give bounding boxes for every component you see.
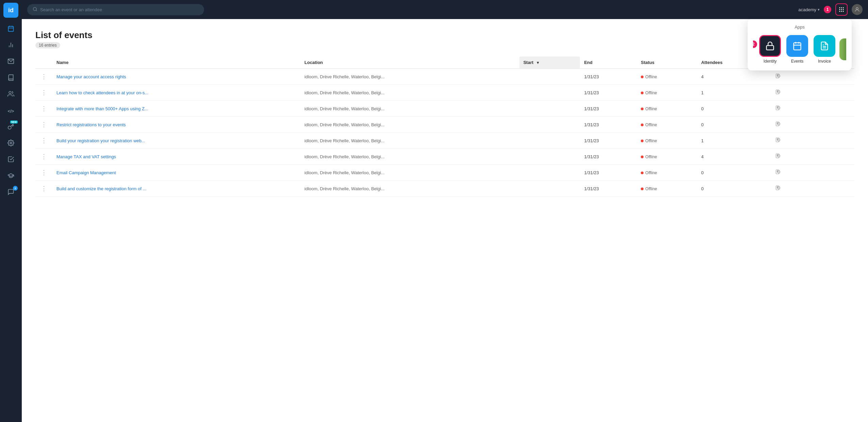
user-avatar[interactable] xyxy=(852,4,863,15)
apps-dropdown: Apps 2 Identity Events Invoice xyxy=(748,19,852,70)
event-name-link[interactable]: Email Campaign Management xyxy=(56,170,116,175)
row-menu-icon[interactable]: ⋮ xyxy=(39,136,48,145)
entries-count: 16 entries xyxy=(35,42,60,48)
book-icon xyxy=(7,74,14,83)
event-location: idloom, Drève Richelle, Waterloo, Belgi.… xyxy=(300,165,519,181)
search-bar[interactable]: Search an event or an attendee xyxy=(27,4,204,15)
svg-rect-0 xyxy=(9,26,14,31)
event-name-link[interactable]: Manage your account access rights xyxy=(56,74,126,79)
sidebar: id </> NEW xyxy=(0,0,22,422)
table-row: ⋮ Build your registration your registrat… xyxy=(35,133,854,149)
svg-line-12 xyxy=(36,10,37,11)
sidebar-item-chart[interactable] xyxy=(3,38,18,53)
col-start[interactable]: Start ▼ xyxy=(519,56,580,69)
sidebar-item-graduation[interactable] xyxy=(3,169,18,184)
sidebar-item-book[interactable] xyxy=(3,71,18,86)
event-name-link[interactable]: Learn how to check attendees in at your … xyxy=(56,90,148,95)
more-details-icon[interactable] xyxy=(774,186,781,192)
attendee-count: 4 xyxy=(697,149,770,165)
event-name-link[interactable]: Restrict registrations to your events xyxy=(56,122,126,127)
event-start xyxy=(519,165,580,181)
more-details-icon[interactable] xyxy=(774,122,781,128)
event-location: idloom, Drève Richelle, Waterloo, Belgi.… xyxy=(300,149,519,165)
event-name-link[interactable]: Build and customize the registration for… xyxy=(56,186,146,191)
app-logo[interactable]: id xyxy=(3,3,18,18)
sidebar-item-chat[interactable]: 2 xyxy=(3,185,18,200)
sidebar-item-users[interactable] xyxy=(3,87,18,102)
more-details-icon[interactable] xyxy=(774,154,781,160)
event-start xyxy=(519,69,580,85)
event-start xyxy=(519,85,580,101)
sidebar-item-key[interactable]: NEW xyxy=(3,120,18,135)
table-row: ⋮ Restrict registrations to your events … xyxy=(35,117,854,133)
status-badge: Offline xyxy=(641,91,657,95)
events-table: Name Location Start ▼ End Status Attende… xyxy=(35,56,854,197)
row-menu-icon[interactable]: ⋮ xyxy=(39,152,48,161)
more-details-icon[interactable] xyxy=(774,74,781,80)
event-location: idloom, Drève Richelle, Waterloo, Belgi.… xyxy=(300,101,519,117)
chevron-down-icon: ▾ xyxy=(818,7,820,12)
event-end: 1/31/23 xyxy=(580,101,637,117)
row-menu-icon[interactable]: ⋮ xyxy=(39,104,48,113)
app-item-events[interactable]: Events xyxy=(785,34,809,65)
col-status: Status xyxy=(637,56,697,69)
users-icon xyxy=(7,91,14,99)
attendee-count: 0 xyxy=(697,181,770,197)
svg-point-16 xyxy=(839,9,840,10)
row-menu-icon[interactable]: ⋮ xyxy=(39,184,48,193)
attendee-count: 1 xyxy=(697,133,770,149)
app-item-identity[interactable]: 2 Identity xyxy=(753,34,782,65)
event-name-link[interactable]: Manage TAX and VAT settings xyxy=(56,154,116,159)
svg-point-17 xyxy=(841,9,842,10)
event-name-link[interactable]: Integrate with more than 5000+ Apps usin… xyxy=(56,106,148,111)
attendee-count: 0 xyxy=(697,101,770,117)
event-name-link[interactable]: Build your registration your registratio… xyxy=(56,138,145,143)
status-badge: Offline xyxy=(641,75,657,79)
status-label: Offline xyxy=(645,91,657,95)
more-details-icon[interactable] xyxy=(774,170,781,176)
event-end: 1/31/23 xyxy=(580,149,637,165)
event-end: 1/31/23 xyxy=(580,117,637,133)
status-label: Offline xyxy=(645,171,657,175)
event-end: 1/31/23 xyxy=(580,181,637,197)
event-end: 1/31/23 xyxy=(580,69,637,85)
new-badge: NEW xyxy=(10,120,18,124)
app-item-invoice[interactable]: Invoice xyxy=(812,34,837,65)
table-body: ⋮ Manage your account access rights idlo… xyxy=(35,69,854,197)
graduation-icon xyxy=(7,172,14,181)
status-dot xyxy=(641,92,644,94)
status-dot xyxy=(641,108,644,110)
status-dot xyxy=(641,140,644,142)
svg-point-14 xyxy=(841,7,842,8)
more-details-icon[interactable] xyxy=(774,106,781,112)
page-title: List of events xyxy=(35,30,854,40)
status-label: Offline xyxy=(645,186,657,191)
row-menu-icon[interactable]: ⋮ xyxy=(39,72,48,81)
event-location: idloom, Drève Richelle, Waterloo, Belgi.… xyxy=(300,85,519,101)
email-icon xyxy=(7,58,14,66)
identity-app-icon xyxy=(759,35,781,57)
sidebar-item-settings[interactable] xyxy=(3,136,18,151)
apps-grid-button[interactable] xyxy=(835,3,848,16)
svg-point-8 xyxy=(9,91,11,94)
search-input[interactable]: Search an event or an attendee xyxy=(40,7,102,12)
sidebar-item-check[interactable] xyxy=(3,152,18,167)
table-row: ⋮ Manage your account access rights idlo… xyxy=(35,69,854,85)
status-dot xyxy=(641,76,644,78)
status-label: Offline xyxy=(645,123,657,127)
table-row: ⋮ Build and customize the registration f… xyxy=(35,181,854,197)
sidebar-item-code[interactable]: </> xyxy=(3,103,18,118)
status-badge: Offline xyxy=(641,171,657,175)
svg-point-9 xyxy=(8,126,11,129)
more-details-icon[interactable] xyxy=(774,138,781,144)
row-menu-icon[interactable]: ⋮ xyxy=(39,88,48,97)
event-start xyxy=(519,149,580,165)
svg-point-11 xyxy=(33,7,36,10)
status-dot xyxy=(641,188,644,190)
svg-rect-23 xyxy=(767,46,774,50)
sidebar-item-email[interactable] xyxy=(3,54,18,69)
more-details-icon[interactable] xyxy=(774,90,781,96)
row-menu-icon[interactable]: ⋮ xyxy=(39,120,48,129)
row-menu-icon[interactable]: ⋮ xyxy=(39,168,48,177)
sidebar-item-calendar[interactable] xyxy=(3,22,18,37)
